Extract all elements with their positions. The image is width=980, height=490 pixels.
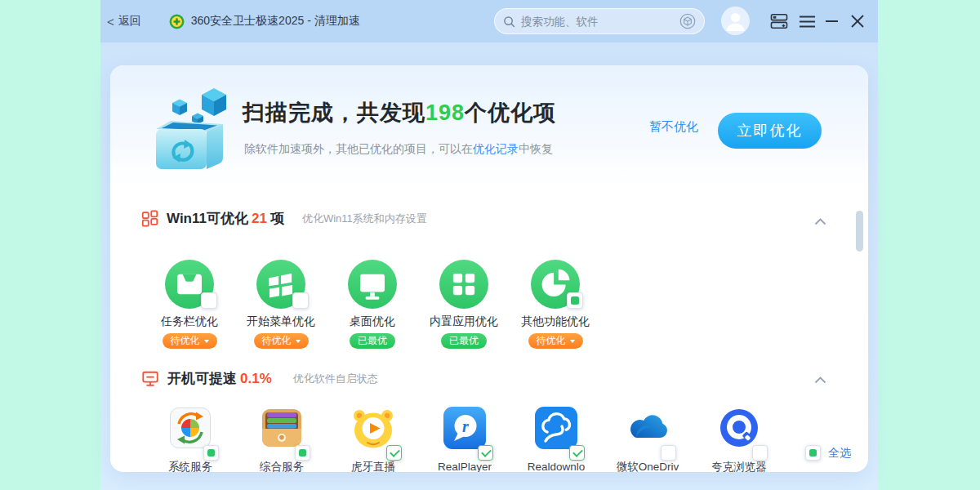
boot-section-header: 开机可提速 0.1% 优化软件自启状态 [141,369,378,388]
startup-app-huya[interactable]: 虎牙直播 [327,407,419,472]
search-input[interactable] [521,16,679,28]
quark-browser-icon [718,407,760,449]
app-logo-icon [169,14,185,29]
search-bar[interactable] [494,8,705,34]
win11-grid-icon [141,210,158,227]
app-label: 系统服务 [168,461,212,472]
win11-section-desc: 优化Win11系统和内存设置 [302,212,427,226]
app-checkbox[interactable] [569,445,585,461]
app-checkbox[interactable] [661,445,676,461]
scan-title-suffix: 个优化项 [465,100,556,125]
back-button[interactable]: < 返回 [107,14,141,29]
realdownloader-icon [535,407,577,449]
skip-optimize-link[interactable]: 暂不优化 [649,119,698,135]
win11-item-desktop[interactable]: 桌面优化 已最优 [327,260,418,349]
win11-item-taskbar[interactable]: 任务栏优化 待优化 [144,260,235,349]
item-label: 桌面优化 [350,314,395,329]
close-button[interactable] [851,0,864,42]
window-title: 360安全卫士极速2025 - 清理加速 [191,14,360,29]
boot-section-title: 开机可提速 [167,369,237,388]
scan-box-illustration [145,80,241,178]
scrollbar-thumb[interactable] [856,211,863,252]
optimize-history-link[interactable]: 优化记录 [473,142,519,155]
select-all-checkbox[interactable] [805,445,821,461]
win11-count: 21 [252,211,267,227]
multi-window-icon[interactable] [770,0,788,42]
item-checkbox[interactable] [292,292,309,309]
boot-collapse-chevron-icon[interactable] [814,372,826,387]
app-checkbox[interactable] [478,445,493,461]
app-label: 微软OneDriv [617,461,679,472]
item-label: 开始菜单优化 [247,314,315,329]
app-checkbox[interactable] [386,445,402,461]
boot-monitor-icon [141,370,159,388]
back-chevron-icon: < [107,16,114,28]
app-label: 综合服务 [260,461,304,472]
system-services-icon [169,407,212,449]
item-checkbox[interactable] [567,292,583,309]
cleanup-result-card: 扫描完成，共发现198个优化项 除软件加速项外，其他已优化的项目，可以在优化记录… [110,65,868,472]
item-checkbox[interactable] [201,292,217,309]
scan-title-prefix: 扫描完成，共发现 [243,100,425,125]
builtin-apps-optimize-icon[interactable] [439,260,488,309]
startup-app-realdownloader[interactable]: Realdownlo [510,407,602,472]
boot-speedup-value: 0.1% [240,371,272,387]
main-menu-icon[interactable] [800,0,815,42]
subtitle-prefix: 除软件加速项外，其他已优化的项目，可以在 [244,142,473,155]
boot-section-desc: 优化软件自启状态 [293,372,378,386]
win11-count-unit: 项 [270,209,284,228]
status-badge[interactable]: 待优化 [528,333,583,349]
huya-live-icon [352,407,394,449]
app-checkbox[interactable] [203,445,219,461]
optimize-count: 198 [425,100,465,125]
win11-item-other[interactable]: 其他功能优化 待优化 [510,260,601,349]
select-all-control[interactable]: 全选 [805,445,851,461]
sandbox-cube-icon[interactable] [679,13,696,29]
startup-app-realplayer[interactable]: r RealPlayer [419,407,510,472]
startup-app-onedrive[interactable]: 微软OneDriv [602,407,693,472]
win11-item-builtin-apps[interactable]: 内置应用优化 已最优 [418,260,510,349]
realplayer-icon: r [443,407,486,449]
win11-collapse-chevron-icon[interactable] [814,214,826,229]
win11-section-title: Win11可优化 [167,209,248,228]
scan-result-title: 扫描完成，共发现198个优化项 [243,98,556,127]
item-label: 其他功能优化 [521,314,590,329]
app-checkbox[interactable] [295,445,310,461]
subtitle-suffix: 中恢复 [519,142,553,155]
svg-text:r: r [462,417,469,435]
win11-item-startmenu[interactable]: 开始菜单优化 待优化 [235,260,327,349]
optimize-now-button[interactable]: 立即优化 [718,113,822,149]
status-badge[interactable]: 已最优 [350,333,395,349]
startup-app-system-services[interactable]: 系统服务 [145,407,236,472]
app-checkbox[interactable] [752,445,768,461]
app-label: 夸克浏览器 [711,461,767,472]
scan-result-subtitle: 除软件加速项外，其他已优化的项目，可以在优化记录中恢复 [244,142,553,157]
status-badge[interactable]: 已最优 [441,333,487,349]
search-icon [503,16,515,28]
app-label: 虎牙直播 [351,461,395,472]
select-all-label[interactable]: 全选 [828,446,851,461]
app-window: < 返回 360安全卫士极速2025 - 清理加速 [100,0,878,490]
status-badge[interactable]: 待优化 [254,333,309,349]
user-avatar[interactable] [721,7,750,35]
misc-services-icon [261,407,303,449]
status-badge[interactable]: 待优化 [163,333,217,349]
app-label: RealPlayer [438,461,492,472]
app-label: Realdownlo [528,461,586,472]
avatar-person-icon [721,7,750,35]
item-label: 任务栏优化 [161,314,218,329]
back-label: 返回 [118,14,141,29]
onedrive-icon [626,407,669,449]
startup-app-misc-services[interactable]: 综合服务 [236,407,327,472]
item-label: 内置应用优化 [430,314,498,329]
desktop-optimize-icon[interactable] [348,260,397,309]
titlebar: < 返回 360安全卫士极速2025 - 清理加速 [100,0,878,42]
win11-section-header: Win11可优化 21 项 优化Win11系统和内存设置 [141,209,427,228]
startup-app-quark[interactable]: 夸克浏览器 [693,407,785,472]
minimize-button[interactable] [826,0,838,42]
